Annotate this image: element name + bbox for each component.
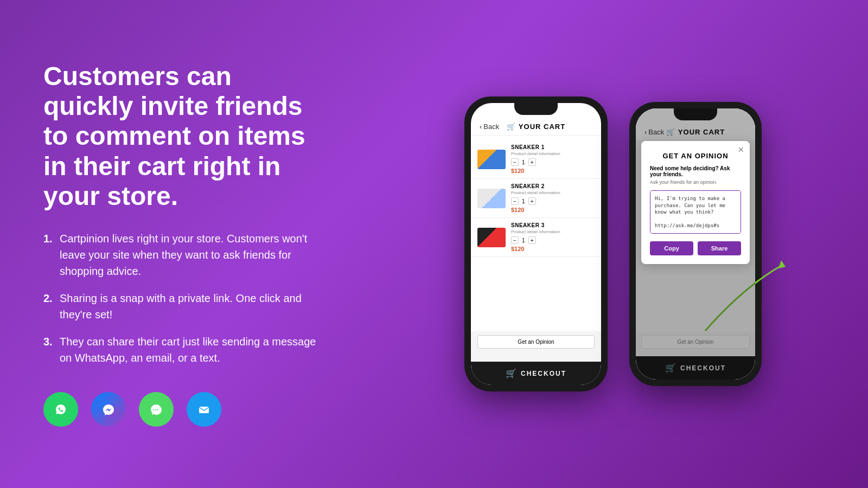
cart-screen: ‹ Back 🛒 YOUR CART SNEAKER 1 — [471, 103, 601, 385]
item-2-qty: − 1 + — [511, 197, 595, 205]
qty-minus-1[interactable]: − — [511, 158, 519, 166]
cart-icon: 🛒 — [507, 123, 516, 131]
cart-item-3: SNEAKER 3 Product detail information − 1… — [471, 218, 601, 257]
cart-item-2: SNEAKER 2 Product detail information − 1… — [471, 179, 601, 218]
item-3-details: SNEAKER 3 Product detail information − 1… — [511, 222, 595, 252]
right-panel: ‹ Back 🛒 YOUR CART SNEAKER 1 — [358, 75, 868, 413]
modal-subtitle: Need some help deciding? Ask your friend… — [650, 165, 741, 177]
whatsapp-icon[interactable] — [43, 392, 78, 427]
email-icon[interactable] — [187, 392, 221, 427]
phone-1-screen: ‹ Back 🛒 YOUR CART SNEAKER 1 — [471, 103, 601, 385]
phone-2: ‹ Back 🛒 YOUR CART SNEAKER 1 Product d — [629, 102, 762, 386]
phone-1: ‹ Back 🛒 YOUR CART SNEAKER 1 — [464, 97, 608, 391]
cart-title: 🛒 YOUR CART — [507, 123, 565, 131]
qty-minus-2[interactable]: − — [511, 197, 519, 205]
item-1-details: SNEAKER 1 Product detail information − 1… — [511, 144, 595, 174]
feature-item-3: They can share their cart just like send… — [43, 333, 326, 366]
left-panel: Customers can quickly invite friends to … — [0, 29, 358, 459]
messenger-icon[interactable] — [91, 392, 126, 427]
checkout-bar[interactable]: 🛒 CHECKOUT — [471, 362, 601, 385]
qty-plus-2[interactable]: + — [528, 197, 536, 205]
item-3-qty: − 1 + — [511, 236, 595, 244]
feature-item-1: Cartpinion lives right in your store. Cu… — [43, 230, 326, 279]
modal-desc: Ask your friends for an opinion. — [650, 179, 741, 185]
copy-button[interactable]: Copy — [650, 241, 693, 255]
feature-item-2: Sharing is a snap with a private link. O… — [43, 290, 326, 323]
modal-buttons: Copy Share — [650, 241, 741, 255]
phone2-cart-screen: ‹ Back 🛒 YOUR CART SNEAKER 1 Product d — [636, 108, 755, 380]
modal-message-textarea[interactable]: Hi, I'm trying to make a purchase. Can y… — [650, 190, 741, 234]
modal-overlay: ✕ GET AN OPINION Need some help deciding… — [636, 108, 755, 380]
imessage-icon[interactable] — [139, 392, 174, 427]
item-1-qty: − 1 + — [511, 158, 595, 166]
feature-list: Cartpinion lives right in your store. Cu… — [43, 230, 326, 366]
item-2-details: SNEAKER 2 Product detail information − 1… — [511, 183, 595, 213]
cart-items: SNEAKER 1 Product detail information − 1… — [471, 136, 601, 331]
sneaker-3-image — [477, 228, 506, 247]
get-opinion-button[interactable]: Get an Opinion — [477, 335, 595, 349]
headline: Customers can quickly invite friends to … — [43, 61, 326, 211]
qty-minus-3[interactable]: − — [511, 236, 519, 244]
back-button[interactable]: ‹ Back — [480, 123, 499, 131]
cart-footer: Get an Opinion — [471, 331, 601, 362]
sneaker-1-image — [477, 150, 506, 169]
cart-item-1: SNEAKER 1 Product detail information − 1… — [471, 140, 601, 179]
svg-point-1 — [99, 400, 118, 419]
modal-title: GET AN OPINION — [650, 152, 741, 160]
chevron-left-icon: ‹ — [480, 123, 482, 131]
share-button[interactable]: Share — [698, 241, 741, 255]
qty-plus-1[interactable]: + — [528, 158, 536, 166]
modal-close-button[interactable]: ✕ — [738, 145, 744, 154]
qty-plus-3[interactable]: + — [528, 236, 536, 244]
phone-2-screen: ‹ Back 🛒 YOUR CART SNEAKER 1 Product d — [636, 108, 755, 380]
social-icons — [43, 392, 326, 427]
sneaker-2-image — [477, 189, 506, 208]
svg-marker-5 — [778, 260, 786, 268]
get-opinion-modal: ✕ GET AN OPINION Need some help deciding… — [641, 141, 750, 264]
svg-rect-4 — [199, 407, 209, 413]
phone-1-notch — [514, 103, 558, 115]
checkout-cart-icon: 🛒 — [506, 368, 516, 378]
